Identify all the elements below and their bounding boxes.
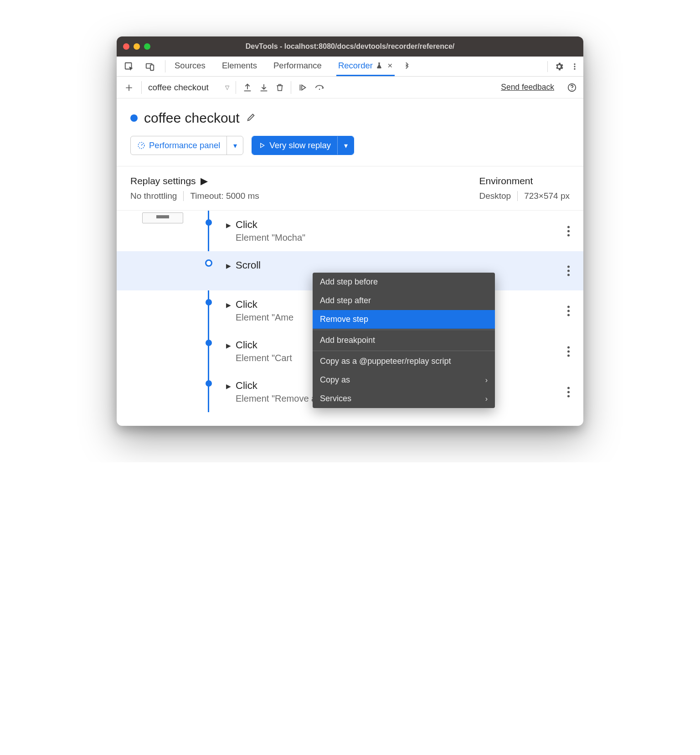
recorder-actionbar: ＋ coffee checkout ▽ Send feedback bbox=[117, 77, 583, 98]
device-toggle-icon[interactable] bbox=[142, 57, 158, 76]
devtools-window: DevTools - localhost:8080/docs/devtools/… bbox=[117, 36, 583, 426]
separator bbox=[517, 191, 518, 201]
recording-status-dot bbox=[130, 114, 138, 122]
caret-right-icon: ▶ bbox=[201, 176, 208, 186]
viewport-value: 723×574 px bbox=[524, 191, 570, 201]
perf-button-label: Performance panel bbox=[149, 140, 220, 150]
timeout-value: Timeout: 5000 ms bbox=[190, 191, 259, 201]
help-icon[interactable] bbox=[567, 83, 577, 93]
step-title: Click bbox=[236, 339, 292, 351]
step-title: Scroll bbox=[236, 259, 261, 271]
svg-point-8 bbox=[571, 89, 572, 90]
export-icon[interactable] bbox=[242, 83, 252, 93]
more-tabs-icon[interactable] bbox=[403, 62, 411, 71]
close-tab-icon[interactable]: ✕ bbox=[387, 62, 393, 69]
replay-settings-header[interactable]: Replay settings ▶ bbox=[130, 176, 259, 186]
perf-button-caret[interactable]: ▾ bbox=[226, 136, 243, 155]
throttling-value: No throttling bbox=[130, 191, 177, 201]
svg-rect-2 bbox=[150, 65, 154, 70]
tab-elements[interactable]: Elements bbox=[220, 57, 259, 76]
import-icon[interactable] bbox=[259, 83, 269, 93]
expand-step-icon[interactable]: ▶ bbox=[226, 342, 231, 349]
performance-panel-button[interactable]: Performance panel ▾ bbox=[130, 136, 243, 155]
tabstrip-right-icons bbox=[547, 57, 579, 76]
step-play-icon[interactable] bbox=[298, 83, 308, 93]
timeline-step[interactable]: ▶ClickElement "Mocha" bbox=[117, 211, 583, 251]
svg-point-6 bbox=[319, 88, 320, 90]
svg-point-3 bbox=[574, 63, 575, 65]
environment-header: Environment bbox=[479, 176, 533, 186]
recording-selector[interactable]: coffee checkout ▽ bbox=[148, 83, 229, 93]
chevron-right-icon: › bbox=[485, 395, 488, 403]
step-title: Click bbox=[236, 299, 293, 310]
window-titlebar: DevTools - localhost:8080/docs/devtools/… bbox=[117, 36, 583, 57]
settings-strip: Replay settings ▶ No throttling Timeout:… bbox=[117, 166, 583, 211]
context-menu-item[interactable]: Add step after bbox=[313, 291, 495, 310]
tab-label: Performance bbox=[273, 61, 322, 71]
separator bbox=[547, 61, 548, 72]
steps-timeline: ▶ClickElement "Mocha"▶Scroll▶ClickElemen… bbox=[117, 211, 583, 426]
context-menu-label: Copy as bbox=[320, 375, 350, 385]
new-recording-button[interactable]: ＋ bbox=[123, 79, 135, 95]
panel-tabs: Sources Elements Performance Recorder ✕ bbox=[173, 57, 395, 76]
tab-label: Recorder bbox=[338, 61, 373, 71]
delete-icon[interactable] bbox=[275, 83, 284, 93]
context-menu-item[interactable]: Add breakpoint bbox=[313, 331, 495, 350]
flask-icon bbox=[376, 62, 383, 69]
expand-step-icon[interactable]: ▶ bbox=[226, 383, 231, 390]
step-subtitle: Element "Cart bbox=[236, 353, 292, 363]
minimize-window-button[interactable] bbox=[134, 43, 140, 50]
chevron-down-icon: ▽ bbox=[225, 84, 229, 91]
separator bbox=[291, 81, 291, 94]
send-feedback-link[interactable]: Send feedback bbox=[501, 83, 554, 92]
context-menu-label: Copy as a @puppeteer/replay script bbox=[320, 357, 451, 366]
context-menu-item[interactable]: Copy as› bbox=[313, 371, 495, 389]
separator bbox=[183, 191, 184, 201]
close-window-button[interactable] bbox=[123, 43, 129, 50]
zoom-window-button[interactable] bbox=[144, 43, 150, 50]
window-title: DevTools - localhost:8080/docs/devtools/… bbox=[117, 42, 583, 51]
step-kebab-icon[interactable] bbox=[567, 344, 570, 358]
tab-performance[interactable]: Performance bbox=[272, 57, 324, 76]
expand-step-icon[interactable]: ▶ bbox=[226, 301, 231, 309]
gear-icon[interactable] bbox=[554, 62, 564, 72]
step-kebab-icon[interactable] bbox=[567, 224, 570, 238]
step-title: Click bbox=[236, 219, 305, 231]
step-marker bbox=[206, 299, 212, 305]
devtools-tabstrip: Sources Elements Performance Recorder ✕ bbox=[117, 57, 583, 77]
context-menu-item[interactable]: Add step before bbox=[313, 273, 495, 291]
replay-button-label: Very slow replay bbox=[269, 140, 331, 150]
context-menu-item[interactable]: Copy as a @puppeteer/replay script bbox=[313, 352, 495, 371]
step-context-menu: Add step beforeAdd step afterRemove step… bbox=[313, 273, 495, 408]
device-value: Desktop bbox=[479, 191, 511, 201]
tab-sources[interactable]: Sources bbox=[173, 57, 207, 76]
context-menu-item[interactable]: Remove step bbox=[313, 310, 495, 329]
step-subtitle: Element "Ame bbox=[236, 312, 293, 323]
context-menu-label: Add breakpoint bbox=[320, 336, 375, 345]
recording-name: coffee checkout bbox=[148, 83, 209, 93]
step-marker bbox=[206, 340, 212, 346]
separator bbox=[141, 81, 142, 94]
expand-step-icon[interactable]: ▶ bbox=[226, 222, 231, 229]
step-subtitle: Element "Mocha" bbox=[236, 233, 305, 243]
svg-point-5 bbox=[574, 68, 575, 69]
step-kebab-icon[interactable] bbox=[567, 385, 570, 399]
step-kebab-icon[interactable] bbox=[567, 304, 570, 318]
step-over-icon[interactable] bbox=[314, 83, 325, 93]
step-kebab-icon[interactable] bbox=[567, 264, 570, 278]
replay-button[interactable]: Very slow replay ▾ bbox=[252, 136, 354, 155]
tab-recorder[interactable]: Recorder ✕ bbox=[336, 57, 395, 76]
kebab-icon[interactable] bbox=[571, 62, 579, 72]
edit-title-icon[interactable] bbox=[246, 112, 256, 124]
svg-point-4 bbox=[574, 66, 575, 67]
traffic-lights bbox=[123, 43, 150, 50]
recording-header: coffee checkout Performance panel ▾ Very… bbox=[117, 98, 583, 166]
step-marker bbox=[206, 219, 212, 226]
environment-label: Environment bbox=[479, 176, 533, 186]
context-menu-label: Remove step bbox=[320, 315, 368, 324]
context-menu-item[interactable]: Services› bbox=[313, 389, 495, 408]
inspect-icon[interactable] bbox=[121, 57, 137, 76]
context-menu-label: Add step after bbox=[320, 296, 371, 305]
replay-button-caret[interactable]: ▾ bbox=[337, 136, 354, 155]
expand-step-icon[interactable]: ▶ bbox=[226, 262, 231, 269]
